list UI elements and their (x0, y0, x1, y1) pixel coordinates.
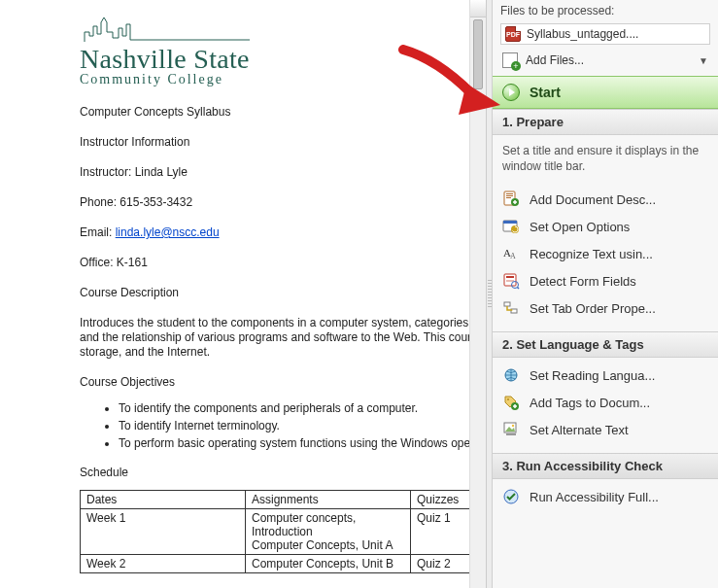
action-label: Run Accessibility Full... (530, 490, 659, 504)
phone: Phone: 615-353-3432 (80, 195, 486, 210)
svg-rect-2 (506, 195, 513, 196)
open-options-icon (502, 218, 520, 235)
col-header: Dates (81, 491, 246, 509)
action-label: Add Tags to Docum... (530, 396, 650, 410)
svg-rect-3 (506, 197, 511, 198)
logo-text-sub: Community College (80, 72, 486, 87)
action-label: Add Document Desc... (530, 192, 656, 207)
document-pane: Nashville State Community College Comput… (0, 0, 487, 588)
document-page: Nashville State Community College Comput… (0, 0, 486, 573)
tab-order-icon (502, 299, 520, 317)
section-header-lang-tags: 2. Set Language & Tags (493, 331, 718, 358)
logo-text-main: Nashville State (80, 44, 486, 75)
instructor-info-heading: Instructor Information (80, 135, 486, 150)
scrollbar[interactable] (469, 0, 486, 588)
table-row: Dates Assignments Quizzes (81, 491, 479, 509)
section-header-prepare: 1. Prepare (493, 109, 718, 135)
cell: Computer Concepts, Unit B (246, 555, 411, 573)
action-label: Detect Form Fields (530, 274, 636, 289)
email-link[interactable]: linda.lyle@nscc.edu (116, 225, 220, 239)
objectives-list: To identify the components and periphera… (80, 401, 486, 450)
course-desc-body: Introduces the student to the components… (80, 316, 486, 360)
doc-heading: Computer Concepts Syllabus (80, 105, 486, 120)
instructor-name: Instructor: Linda Lyle (80, 165, 486, 180)
action-sidebar: Files to be processed: PDF Syllabus_unta… (493, 0, 718, 588)
list-item: To identify the components and periphera… (119, 401, 486, 415)
pane-splitter[interactable] (487, 0, 493, 588)
recognize-text-icon: AA (502, 245, 520, 262)
table-row: Week 2 Computer Concepts, Unit B Quiz 2 (81, 555, 479, 573)
action-label: Set Open Options (530, 220, 630, 234)
schedule-heading: Schedule (80, 466, 486, 480)
action-label: Set Tab Order Prope... (530, 301, 656, 316)
detect-forms-icon (502, 272, 520, 290)
table-row: Week 1 Computer concepts, Introduction C… (81, 509, 479, 555)
chevron-down-icon: ▼ (699, 55, 708, 66)
svg-rect-11 (506, 276, 514, 278)
add-files-label: Add Files... (526, 53, 584, 67)
reading-language-icon (502, 366, 520, 384)
schedule-table: Dates Assignments Quizzes Week 1 Compute… (80, 490, 479, 573)
action-set-open-options[interactable]: Set Open Options (493, 213, 718, 240)
course-desc-heading: Course Description (80, 286, 486, 300)
svg-rect-15 (504, 302, 510, 306)
start-label: Start (530, 85, 561, 100)
action-detect-form-fields[interactable]: Detect Form Fields (493, 267, 718, 294)
office: Office: K-161 (80, 256, 486, 270)
action-set-reading-language[interactable]: Set Reading Langua... (493, 362, 718, 389)
svg-rect-1 (506, 193, 513, 194)
action-add-tags[interactable]: Add Tags to Docum... (493, 389, 718, 416)
action-label: Set Reading Langua... (530, 368, 655, 383)
section-desc: Set a title and ensure it displays in th… (493, 135, 718, 182)
action-set-alt-text[interactable]: Set Alternate Text (493, 416, 718, 443)
email-prefix: Email: (80, 225, 116, 239)
list-item: To perform basic operating system functi… (119, 436, 486, 450)
svg-rect-6 (503, 221, 517, 224)
section-header-accessibility: 3. Run Accessibility Check (493, 453, 718, 479)
cell: Week 1 (81, 509, 246, 555)
svg-point-19 (507, 398, 509, 400)
col-header: Quizzes (411, 491, 479, 509)
pdf-icon: PDF (505, 26, 521, 42)
svg-rect-24 (506, 433, 516, 435)
logo: Nashville State Community College (80, 15, 486, 87)
action-label: Set Alternate Text (530, 423, 629, 437)
action-recognize-text[interactable]: AA Recognize Text usin... (493, 240, 718, 267)
cell: Computer concepts, Introduction Computer… (246, 509, 411, 555)
document-desc-icon (502, 190, 520, 208)
file-item[interactable]: PDF Syllabus_untagged.... (500, 23, 710, 45)
alt-text-icon (502, 421, 520, 438)
objectives-heading: Course Objectives (80, 375, 486, 390)
add-tags-icon (502, 394, 520, 411)
cell: Quiz 2 (411, 555, 479, 573)
cell: Quiz 1 (411, 509, 479, 555)
svg-point-23 (512, 425, 514, 427)
play-icon (502, 84, 520, 101)
accessibility-check-icon (502, 488, 520, 505)
file-name: Syllabus_untagged.... (527, 27, 638, 41)
action-label: Recognize Text usin... (530, 247, 653, 261)
cell: Week 2 (81, 555, 246, 573)
list-item: To identify Internet terminology. (119, 419, 486, 432)
action-set-tab-order[interactable]: Set Tab Order Prope... (493, 294, 718, 322)
start-button[interactable]: Start (493, 76, 718, 109)
svg-line-14 (518, 288, 520, 290)
svg-text:A: A (510, 252, 516, 260)
add-files-button[interactable]: Add Files... ▼ (493, 47, 718, 76)
add-files-icon (502, 52, 518, 68)
action-run-accessibility-check[interactable]: Run Accessibility Full... (493, 483, 718, 510)
files-label: Files to be processed: (493, 0, 718, 21)
col-header: Assignments (246, 491, 411, 509)
action-add-doc-desc[interactable]: Add Document Desc... (493, 186, 718, 213)
email-line: Email: linda.lyle@nscc.edu (80, 225, 486, 240)
